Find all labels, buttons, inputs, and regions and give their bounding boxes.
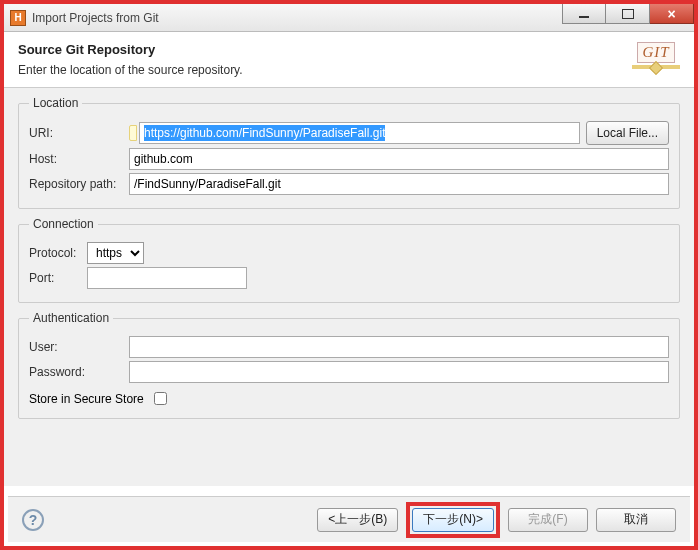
repo-path-input[interactable]	[129, 173, 669, 195]
port-label: Port:	[29, 271, 87, 285]
page-title: Source Git Repository	[18, 42, 632, 57]
git-icon: GIT	[632, 42, 680, 69]
port-input[interactable]	[87, 267, 247, 289]
window-title: Import Projects from Git	[32, 11, 159, 25]
password-label: Password:	[29, 365, 129, 379]
next-button[interactable]: 下一步(N)>	[412, 508, 494, 532]
page-subtitle: Enter the location of the source reposit…	[18, 63, 632, 77]
close-button[interactable]: ×	[650, 4, 694, 24]
connection-group: Connection Protocol: https Port:	[18, 217, 680, 303]
uri-label: URI:	[29, 126, 129, 140]
uri-input[interactable]	[139, 122, 580, 144]
authentication-group: Authentication User: Password: Store in …	[18, 311, 680, 419]
cancel-button[interactable]: 取消	[596, 508, 676, 532]
authentication-legend: Authentication	[29, 311, 113, 325]
host-label: Host:	[29, 152, 129, 166]
local-file-button[interactable]: Local File...	[586, 121, 669, 145]
titlebar[interactable]: H Import Projects from Git ×	[4, 4, 694, 32]
repo-path-label: Repository path:	[29, 177, 129, 191]
store-secure-checkbox[interactable]	[154, 392, 167, 405]
app-icon: H	[10, 10, 26, 26]
connection-legend: Connection	[29, 217, 98, 231]
help-icon[interactable]: ?	[22, 509, 44, 531]
protocol-label: Protocol:	[29, 246, 87, 260]
maximize-button[interactable]	[606, 4, 650, 24]
wizard-footer: ? <上一步(B) 下一步(N)> 完成(F) 取消	[8, 496, 690, 542]
next-button-highlight: 下一步(N)>	[406, 502, 500, 538]
user-input[interactable]	[129, 336, 669, 358]
location-group: Location URI: https://github.com/FindSun…	[18, 96, 680, 209]
minimize-button[interactable]	[562, 4, 606, 24]
back-button[interactable]: <上一步(B)	[317, 508, 398, 532]
store-secure-label: Store in Secure Store	[29, 392, 144, 406]
password-input[interactable]	[129, 361, 669, 383]
host-input[interactable]	[129, 148, 669, 170]
finish-button: 完成(F)	[508, 508, 588, 532]
protocol-select[interactable]: https	[87, 242, 144, 264]
user-label: User:	[29, 340, 129, 354]
content-assist-icon	[129, 125, 137, 141]
window-controls: ×	[562, 4, 694, 24]
location-legend: Location	[29, 96, 82, 110]
wizard-header: Source Git Repository Enter the location…	[4, 32, 694, 88]
